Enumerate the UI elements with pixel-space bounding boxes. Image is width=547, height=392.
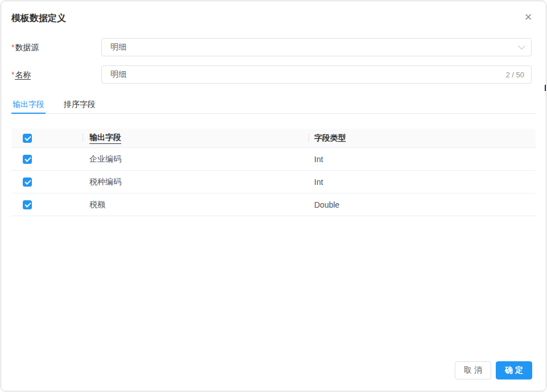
row-checkbox[interactable] (23, 178, 32, 187)
datasource-label: *数据源 (11, 38, 39, 56)
tab-bar: 输出字段 排序字段 (11, 96, 536, 114)
row-checkbox[interactable] (23, 200, 32, 209)
close-icon[interactable]: ✕ (522, 11, 534, 24)
row-checkbox[interactable] (23, 155, 32, 164)
table-row: 税种编码 Int (11, 171, 536, 193)
required-asterisk: * (11, 70, 14, 79)
name-label-text: 名称 (15, 70, 31, 80)
cancel-button[interactable]: 取 消 (455, 361, 491, 379)
column-header-field: 输出字段 (83, 129, 309, 147)
confirm-button[interactable]: 确 定 (496, 361, 532, 379)
tab-sort-fields[interactable]: 排序字段 (63, 96, 97, 113)
field-name-cell: 税额 (83, 193, 309, 216)
field-type-cell: Int (309, 171, 536, 193)
output-fields-table: 输出字段 字段类型 企业编码 Int 税种编码 Int 税额 Do (11, 129, 536, 216)
dialog-footer: 取 消 确 定 (455, 361, 532, 379)
datasource-select-value: 明细 (110, 42, 519, 52)
field-name-cell: 企业编码 (83, 148, 309, 170)
chevron-down-icon (518, 42, 525, 49)
column-header-type: 字段类型 (309, 129, 536, 147)
header-checkbox-cell (11, 129, 83, 147)
dialog-title: 模板数据定义 (11, 13, 66, 24)
template-data-definition-dialog: 模板数据定义 ✕ *数据源 明细 *名称 2 / 50 输出字段 排序字段 输出… (1, 1, 546, 391)
field-type-cell: Double (309, 193, 536, 216)
name-field-wrapper: 2 / 50 (101, 65, 532, 84)
name-label: *名称 (11, 65, 31, 84)
table-row: 企业编码 Int (11, 148, 536, 171)
select-all-checkbox[interactable] (23, 134, 32, 143)
tab-output-fields[interactable]: 输出字段 (11, 96, 46, 113)
edge-artifact (545, 85, 546, 91)
table-header-row: 输出字段 字段类型 (11, 129, 536, 148)
field-type-cell: Int (309, 148, 536, 170)
table-row: 税额 Double (11, 193, 536, 216)
required-asterisk: * (11, 43, 14, 52)
name-input[interactable] (110, 66, 501, 83)
field-name-cell: 税种编码 (83, 171, 309, 193)
char-counter: 2 / 50 (505, 71, 524, 79)
datasource-label-text: 数据源 (15, 43, 39, 52)
datasource-select[interactable]: 明细 (101, 38, 532, 56)
